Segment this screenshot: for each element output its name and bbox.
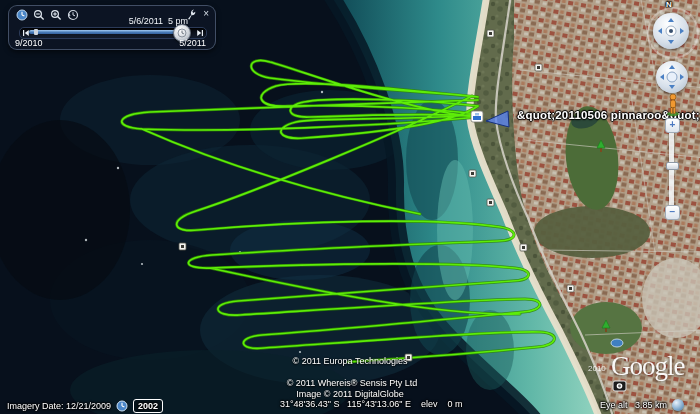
time-range-end-label: 5/2011 (179, 38, 206, 48)
time-history-icon[interactable] (67, 9, 79, 21)
copyright-line-3: Image © 2011 DigitalGlobe (296, 389, 404, 399)
historical-year-box[interactable]: 2002 (133, 399, 163, 413)
photo-icon[interactable] (613, 381, 626, 391)
zoom-slider-handle[interactable] (666, 162, 679, 170)
look-joystick[interactable] (653, 13, 689, 49)
time-skip-forward-icon[interactable] (196, 29, 204, 37)
time-range-start-handle[interactable] (34, 29, 38, 35)
status-left: Imagery Date: 12/21/2009 2002 (7, 399, 163, 413)
status-center: 31°48'36.43" S 115°43'13.06" E elev 0 m (280, 399, 462, 409)
copyright-line-2: © 2011 Whereis® Sensis Pty Ltd (287, 378, 418, 388)
time-range-fill (29, 30, 187, 34)
map-viewport[interactable] (0, 0, 700, 414)
zoom-in-button[interactable]: + (665, 118, 680, 133)
time-panel-close-icon[interactable]: × (203, 8, 209, 20)
time-zoom-out-icon[interactable] (33, 9, 45, 21)
imagery-date-label: Imagery Date: 12/21/2009 (7, 401, 111, 411)
pool-icon[interactable] (611, 339, 623, 347)
boat-placemark-icon[interactable] (471, 111, 483, 122)
historical-imagery-clock-icon[interactable] (116, 400, 128, 412)
move-joystick[interactable] (656, 61, 688, 93)
elevation-readout: elev 0 m (421, 399, 463, 409)
pegman-icon[interactable] (664, 93, 682, 117)
time-zoom-in-icon[interactable] (50, 9, 62, 21)
google-logo: Google (611, 351, 684, 382)
copyright-line-1: © 2011 Europa Technologies (293, 356, 408, 366)
zoom-out-button[interactable]: − (665, 205, 680, 220)
timespan-clock-icon[interactable] (16, 9, 28, 21)
eye-altitude-readout: Eye alt 3.85 km (600, 400, 667, 410)
time-range-start-label: 9/2010 (15, 38, 43, 48)
imagery-watermark-year: 2010 (588, 364, 606, 373)
google-earth-window: &quot;20110506 pinnaroo&quot; × 5/6/2011… (0, 0, 700, 414)
coordinates-readout: 31°48'36.43" S 115°43'13.06" E (280, 399, 411, 409)
status-right: Eye alt 3.85 km (600, 399, 684, 411)
streaming-globe-icon (672, 399, 684, 411)
zoom-slider: + − (665, 118, 679, 218)
time-slider-panel: × 5/6/2011 5 pm 9/2010 5/2011 (8, 5, 216, 50)
